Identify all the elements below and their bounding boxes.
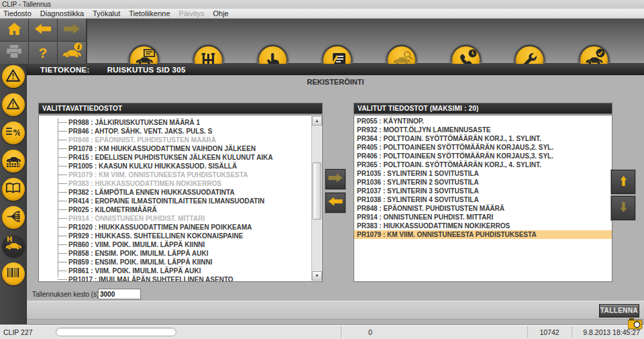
nav-button-grid: ? i (0, 19, 87, 64)
available-list-item[interactable]: PR1005 : KAASUN KULKU HIUKKASSUOD. SISÄL… (39, 162, 310, 171)
move-down-arrow-icon (619, 199, 629, 217)
move-right-arrow-icon (328, 173, 343, 185)
selected-list-item[interactable]: PR1038 : SYLINTERIN 4 SOVITUSTILA (354, 195, 612, 204)
main-content: TIETOKONE: RUISKUTUS SID 305 REKISTERÖIN… (27, 64, 644, 324)
menu-item[interactable]: Diagnostiikka (40, 9, 84, 17)
harness-button[interactable] (2, 206, 25, 229)
available-list-item[interactable]: PR860 : VIIM. POIK. IMUILM. LÄPPÄ KIINNI (39, 240, 310, 249)
warning-triangle2-icon (7, 98, 19, 112)
available-list-item[interactable]: PR858 : ENSIM. POIK. IMUILM. LÄPPÄ AUKI (39, 249, 310, 258)
available-list-item[interactable]: PR415 : EDELLISEN PUHDISTUKSEN JÄLKEEN K… (39, 153, 310, 162)
status-counter: 0 (368, 328, 372, 336)
menu-item[interactable]: Tiedosto (3, 9, 32, 17)
move-up-button[interactable] (611, 170, 635, 194)
menu-item[interactable]: Päivitys (179, 9, 205, 17)
selected-list-item[interactable]: PR055 : KÄYNTINOP. (354, 117, 612, 126)
available-list-item[interactable]: PR383 : HIUKKASSUODATTIMEN NOKIKERROS (39, 179, 310, 188)
barcode-button[interactable] (2, 262, 25, 285)
menu-item[interactable]: Tietoliikenne (129, 9, 170, 17)
available-list-item[interactable]: PR1017 : IMUILMALÄPÄN SUHTEELLINEN ASENT… (39, 275, 310, 282)
selected-list-item[interactable]: PR1036 : SYLINTERIN 2 SOVITUSTILA (354, 178, 612, 187)
warning-triangle-icon (6, 69, 20, 85)
status-device: CLIP 227 (3, 328, 33, 336)
available-panel-title: VALITTAVATTIEDOSTOT (38, 103, 323, 114)
computer-header-value: RUISKUTUS SID 305 (107, 66, 186, 74)
printer-icon (7, 45, 21, 60)
vehicle-data-button[interactable] (2, 150, 25, 173)
selected-list-item[interactable]: PR1079 : KM VIIM. ONNISTUNEESTA PUHDISTU… (354, 230, 612, 239)
section-title: REKISTERÖINTI (27, 78, 644, 88)
status-divider (341, 326, 341, 338)
harness-icon (6, 210, 21, 226)
scroll-up-icon[interactable]: ▲ (312, 116, 322, 126)
available-list-item[interactable]: PR914 : ONNISTUNEEN PUHDIST. MITTARI (39, 214, 310, 223)
save-button[interactable]: TALLENNA (599, 304, 639, 318)
clip-window: CLIP - Tallennus TiedostoDiagnostiikkaTy… (0, 0, 644, 339)
forward-arrow-icon (64, 23, 80, 37)
report-percent-button[interactable] (2, 122, 25, 144)
recording-button[interactable]: H (2, 234, 25, 257)
print-button (0, 42, 28, 64)
available-list-item[interactable]: PR1020 : HIUKKASSUODATTIMEN PAINEEN POIK… (39, 223, 310, 232)
progress-pill (56, 328, 176, 336)
vehicle-info-icon: i (62, 48, 81, 58)
selected-list-item[interactable]: PR383 : HIUKKASSUODATTIMEN NOKIKERROS (354, 222, 612, 230)
available-list-item[interactable]: PR988 : JÄLKIRUISKUTUKSEN MÄÄRÄ 1 (39, 118, 310, 127)
vehicle-keyboard-icon (5, 156, 21, 167)
computer-header: TIETOKONE: RUISKUTUS SID 305 (27, 64, 644, 75)
available-list-item[interactable]: PR929 : HIUKKASS. SUHTEELLINEN KOKONAISP… (39, 232, 310, 240)
alert-button[interactable] (2, 65, 25, 88)
selected-panel-title: VALITUT TIEDOSTOT (MAKSIMI : 20) (354, 103, 612, 114)
vehicle-h-icon: H (5, 242, 21, 250)
barcode-icon (7, 268, 19, 280)
computer-header-label: TIETOKONE: (40, 66, 90, 74)
move-down-button (611, 196, 635, 220)
selected-list-item[interactable]: PR365 : POLTTOAIN. SYÖTTÖMÄÄRÄN KORJ., 4… (354, 160, 612, 169)
home-button[interactable] (0, 19, 28, 41)
selected-list-item[interactable]: PR1035 : SYLINTERIN 1 SOVITUSTILA (354, 169, 612, 178)
back-arrow-icon (35, 23, 51, 37)
status-divider (572, 326, 572, 338)
menu-item[interactable]: Työkalut (93, 9, 120, 17)
vehicle-info-button[interactable]: i (58, 42, 86, 64)
svg-text:H: H (7, 236, 12, 243)
move-up-arrow-icon (619, 173, 629, 191)
move-left-arrow-icon (328, 197, 343, 209)
help-button[interactable]: ? (29, 42, 57, 64)
document-percent-icon (6, 126, 20, 140)
selected-list-item[interactable]: PR405 : POLTTOAINEEN SYÖTTÖMÄÄRÄN KORJAU… (354, 143, 612, 152)
available-list-item[interactable]: PR382 : LÄMPÖTILA ENNEN HIUKKASSUODATINT… (39, 188, 310, 197)
selected-list-item[interactable]: PR406 : POLTTOAINEEN SYÖTTÖMÄÄRÄN KORJAU… (354, 152, 612, 160)
move-left-button[interactable] (325, 193, 345, 213)
manual-button[interactable] (2, 178, 25, 201)
alert2-button[interactable] (2, 93, 25, 116)
available-list-item[interactable]: PR846 : AHTOP. SÄHK. VENT. JAKS. PULS. S (39, 127, 310, 136)
selected-list-item[interactable]: PR1037 : SYLINTERIN 3 SOVITUSTILA (354, 187, 612, 195)
duration-label: Tallennuksen kesto (s): (32, 291, 101, 298)
scroll-down-icon[interactable]: ▼ (312, 271, 322, 281)
available-list-scrollbar[interactable]: ▲ ▼ (311, 116, 321, 281)
selected-list-item[interactable]: PR914 : ONNISTUNEEN PUHDIST. MITTARI (354, 213, 612, 222)
book-icon (5, 183, 21, 196)
duration-input[interactable] (98, 289, 141, 299)
selected-list-item[interactable]: PR364 : POLTTOAIN. SYÖTTÖMÄÄRÄN KORJ., 1… (354, 134, 612, 143)
back-button[interactable] (29, 19, 57, 41)
toolbar: ? i (0, 19, 644, 64)
selected-list-item[interactable]: PR932 : MOOTT.ÖLJYN LAIMENNUSASTE (354, 126, 612, 134)
available-list-item[interactable]: PR1079 : KM VIIM. ONNISTUNEESTA PUHDISTU… (39, 171, 310, 179)
scrollbar-thumb[interactable] (313, 162, 321, 220)
status-divider (527, 326, 528, 338)
status-bar: CLIP 227 0 10742 9.8.2013 18:45:27 (0, 324, 644, 339)
selected-list-item[interactable]: PR848 : EPÄONNIST. PUHDISTUSTEN MÄÄRÄ (354, 204, 612, 213)
bottom-strip: TALLENNA (27, 301, 644, 320)
available-list-item[interactable]: PR414 : EROPAINE ILMASTOINTILAITTEEN ILM… (39, 197, 310, 205)
screenshot-camera-icon[interactable] (628, 318, 643, 332)
available-list-item[interactable]: PR848 : EPÄONNIST. PUHDISTUSTEN MÄÄRÄ (39, 136, 310, 144)
available-list-item[interactable]: PR1078 : KM HIUKKASSUODATTIMEN VAIHDON J… (39, 144, 310, 153)
selected-list-rows: PR055 : KÄYNTINOP.PR932 : MOOTT.ÖLJYN LA… (354, 117, 612, 239)
available-list-item[interactable]: PR025 : KILOMETRIMÄÄRÄ (39, 205, 310, 214)
available-list-item[interactable]: PR859 : ENSIM. POIK. IMUILM. LÄPPÄ KIINN… (39, 258, 310, 267)
available-list-item[interactable]: PR861 : VIIM. POIK. IMUILM. LÄPPÄ AUKI (39, 267, 310, 275)
menu-item[interactable]: Ohje (213, 9, 228, 17)
available-list-rows: PR988 : JÄLKIRUISKUTUKSEN MÄÄRÄ 1PR846 :… (39, 118, 310, 282)
